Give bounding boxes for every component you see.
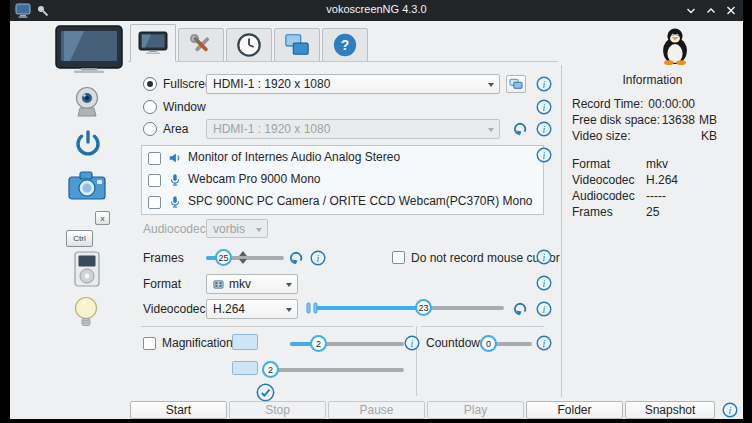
crf-reset-icon[interactable] [512, 301, 528, 317]
record-time-value: 00:00:00 [648, 97, 695, 111]
no-cursor-info-icon[interactable]: i [536, 249, 552, 265]
area-radio[interactable] [143, 122, 157, 136]
info-audiocodec-row: Audiocodec ----- [562, 189, 743, 204]
magnification-shape-preview-2[interactable] [232, 361, 258, 375]
countdown-slider[interactable]: 0 [480, 335, 532, 352]
svg-text:i: i [543, 278, 546, 289]
fullscreen-info-icon[interactable]: i [536, 76, 552, 92]
frames-info-icon[interactable]: i [310, 250, 326, 266]
disk-space-label: Free disk space: [572, 113, 660, 127]
tab-help[interactable]: ? [322, 28, 368, 62]
fullscreen-screen-select[interactable]: HDMI-1 : 1920 x 1080 [206, 74, 500, 94]
video-size-label: Video size: [572, 129, 630, 143]
frames-reset-icon[interactable] [288, 250, 304, 266]
svg-text:i: i [543, 79, 546, 90]
close-button[interactable] [723, 3, 739, 18]
disk-space-value: 13638 [662, 113, 695, 127]
area-reset-icon[interactable] [512, 121, 528, 137]
countdown-info-icon[interactable]: i [536, 335, 552, 351]
chevron-down-icon [488, 128, 494, 132]
countdown-slider-handle[interactable]: 0 [480, 335, 497, 352]
audio-info-icon[interactable]: i [536, 147, 552, 163]
tab-tools[interactable] [178, 28, 224, 62]
window-label: Window [163, 100, 206, 114]
crf-slider[interactable]: 23 [316, 299, 504, 316]
chevron-down-icon [256, 228, 262, 232]
x-key-icon: x [95, 211, 110, 225]
fullscreen-screen-value: HDMI-1 : 1920 x 1080 [213, 77, 330, 91]
start-button[interactable]: Start [130, 401, 227, 419]
titlebar[interactable]: vokoscreenNG 4.3.0 [10, 0, 743, 21]
area-info-icon[interactable]: i [536, 121, 552, 137]
no-cursor-checkbox[interactable] [392, 251, 405, 264]
magnification-checkbox[interactable] [143, 337, 156, 350]
ctrl-key-icon: Ctrl [66, 230, 93, 247]
play-button: Play [427, 401, 524, 419]
audio-device-row[interactable]: SPC 900NC PC Camera / ORITE CCD Webcam(P… [142, 191, 543, 213]
info-format-label: Format [572, 157, 610, 171]
frames-slider-handle[interactable]: 25 [215, 249, 232, 266]
magnification-height-handle[interactable]: 2 [262, 361, 279, 378]
audio-device-label: Webcam Pro 9000 Mono [188, 172, 321, 186]
audio-device-row[interactable]: Monitor of Internes Audio Analog Stereo [142, 147, 543, 169]
tools-tab-icon [188, 32, 214, 58]
microphone-icon [168, 173, 182, 187]
countdown-label: Countdown [426, 336, 487, 350]
audio-device-checkbox[interactable] [148, 196, 161, 209]
videocodec-info-icon[interactable]: i [536, 301, 552, 317]
info-videocodec-value: H.264 [646, 173, 678, 187]
tab-screen-capture[interactable] [130, 24, 176, 62]
fullscreen-radio[interactable] [143, 77, 157, 91]
audio-device-row[interactable]: Webcam Pro 9000 Mono [142, 169, 543, 191]
speaker-icon [168, 151, 182, 165]
window-title: vokoscreenNG 4.3.0 [10, 3, 743, 15]
chevron-down-icon [488, 83, 494, 87]
minimize-button[interactable] [683, 3, 699, 18]
info-videocodec-label: Videocodec [572, 173, 635, 187]
audio-device-checkbox[interactable] [148, 174, 161, 187]
all-screens-button[interactable] [506, 75, 526, 93]
maximize-button[interactable] [703, 3, 719, 18]
magnification-height-slider[interactable]: 2 [262, 361, 404, 378]
format-file-icon [213, 279, 224, 290]
pause-button: Pause [328, 401, 425, 419]
tab-windows[interactable] [274, 28, 320, 62]
magnification-label: Magnification [162, 336, 233, 350]
power-status-icon [72, 129, 104, 161]
format-info-icon[interactable]: i [536, 275, 552, 291]
help-tab-icon: ? [332, 32, 358, 58]
magnification-width-handle[interactable]: 2 [310, 335, 327, 352]
tab-timer[interactable] [226, 28, 272, 62]
frames-stepper[interactable] [238, 251, 247, 264]
window-radio[interactable] [143, 100, 157, 114]
footer-info-icon[interactable]: i [722, 402, 738, 418]
audio-device-label: Monitor of Internes Audio Analog Stereo [188, 150, 400, 164]
format-label: Format [143, 277, 181, 291]
info-format-value: mkv [646, 157, 668, 171]
clock-tab-icon [236, 32, 262, 58]
video-size-row: Video size: KB [562, 129, 743, 144]
tux-mascot-icon [658, 27, 692, 65]
tabbar-baseline [128, 61, 558, 62]
audio-device-checkbox[interactable] [148, 152, 161, 165]
magnification-apply-button[interactable] [256, 383, 275, 402]
magnification-info-icon[interactable]: i [404, 335, 420, 351]
videocodec-label: Videocodec [143, 302, 206, 316]
snapshot-button[interactable]: Snapshot [625, 401, 715, 419]
format-select[interactable]: mkv [206, 274, 298, 294]
info-frames-label: Frames [572, 205, 613, 219]
folder-button[interactable]: Folder [526, 401, 623, 419]
webcam-status-icon [70, 85, 104, 119]
audio-device-list[interactable]: Monitor of Internes Audio Analog Stereo … [141, 145, 544, 215]
videocodec-select[interactable]: H.264 [206, 299, 298, 319]
screen-tab-icon [138, 31, 168, 55]
window-info-icon[interactable]: i [536, 99, 552, 115]
crf-slider-handle[interactable]: 23 [415, 299, 432, 316]
record-time-label: Record Time: [572, 97, 643, 111]
magnification-shape-preview[interactable] [232, 334, 258, 350]
countdown-group-border [421, 326, 544, 327]
screen-status-icon [54, 25, 124, 73]
disk-space-unit: MB [699, 113, 717, 127]
svg-text:i: i [543, 338, 546, 349]
magnification-width-slider[interactable]: 2 [290, 335, 404, 352]
